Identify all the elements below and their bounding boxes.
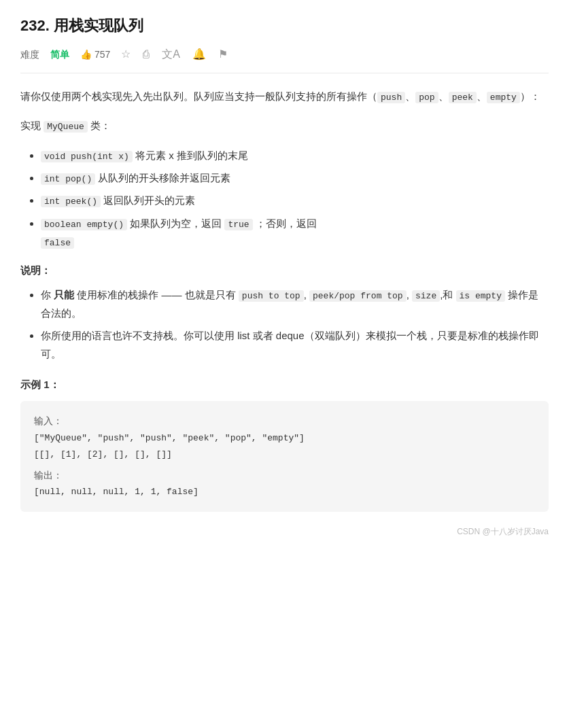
list-item: int peek() 返回队列开头的元素 [41, 191, 549, 209]
method-empty: boolean empty() [41, 219, 127, 230]
method-list: void push(int x) 将元素 x 推到队列的末尾 int pop()… [41, 146, 549, 252]
op-is-empty: is empty [456, 290, 505, 302]
difficulty-label: 难度 [20, 47, 39, 62]
method-peek: int peek() [41, 196, 101, 207]
op-pop: pop [415, 92, 438, 103]
output-line1: [null, null, null, 1, 1, false] [34, 484, 535, 501]
input-label: 输入： [34, 412, 535, 430]
emphasis-only: 只能 [54, 289, 74, 300]
list-item: int pop() 从队列的开头移除并返回元素 [41, 169, 549, 187]
list-item: 你 只能 使用标准的栈操作 —— 也就是只有 push to top, peek… [41, 285, 549, 322]
flag-icon[interactable]: ⚑ [218, 46, 228, 63]
example-title: 示例 1： [20, 377, 549, 393]
class-name: MyQueue [44, 121, 88, 133]
input-line1: ["MyQueue", "push", "push", "peek", "pop… [34, 430, 535, 447]
like-count: 757 [94, 47, 110, 62]
implement-desc: 实现 MyQueue 类： [20, 116, 549, 135]
method-pop: int pop() [41, 173, 95, 185]
star-icon[interactable]: ☆ [121, 46, 131, 63]
note-title: 说明： [20, 262, 549, 279]
footer-watermark: CSDN @十八岁讨厌Java [20, 525, 549, 538]
page-title: 232. 用栈实现队列 [20, 14, 549, 37]
list-item: boolean empty() 如果队列为空，返回 true ；否则，返回 fa… [41, 214, 549, 252]
output-label: 输出： [34, 466, 535, 485]
true-value: true [224, 219, 252, 230]
op-peek: peek [449, 92, 477, 103]
example-box: 输入： ["MyQueue", "push", "push", "peek", … [20, 401, 549, 512]
problem-description: 请你仅使用两个栈实现先入先出队列。队列应当支持一般队列支持的所有操作（push、… [20, 87, 549, 105]
op-push: push [377, 92, 405, 103]
bell-icon[interactable]: 🔔 [192, 46, 206, 63]
note-list: 你 只能 使用标准的栈操作 —— 也就是只有 push to top, peek… [41, 285, 549, 363]
like-icon: 👍 [80, 47, 92, 62]
op-peek-pop: peek/pop from top [309, 290, 407, 302]
list-item: 你所使用的语言也许不支持栈。你可以使用 list 或者 deque（双端队列）来… [41, 326, 549, 363]
like-button[interactable]: 👍 757 [80, 47, 110, 62]
op-push-to-top: push to top [239, 290, 304, 302]
op-empty: empty [487, 92, 520, 103]
meta-row: 难度 简单 👍 757 ☆ ⎙ 文A 🔔 ⚑ [20, 46, 549, 73]
translate-icon[interactable]: 文A [162, 46, 180, 63]
method-push: void push(int x) [41, 151, 133, 162]
list-item: void push(int x) 将元素 x 推到队列的末尾 [41, 146, 549, 164]
meta-icons: ☆ ⎙ 文A 🔔 ⚑ [121, 46, 228, 63]
input-line2: [[], [1], [2], [], [], []] [34, 447, 535, 464]
op-size: size [412, 290, 440, 302]
false-value: false [41, 237, 74, 249]
share-icon[interactable]: ⎙ [143, 46, 150, 63]
difficulty-value: 简单 [50, 47, 69, 62]
